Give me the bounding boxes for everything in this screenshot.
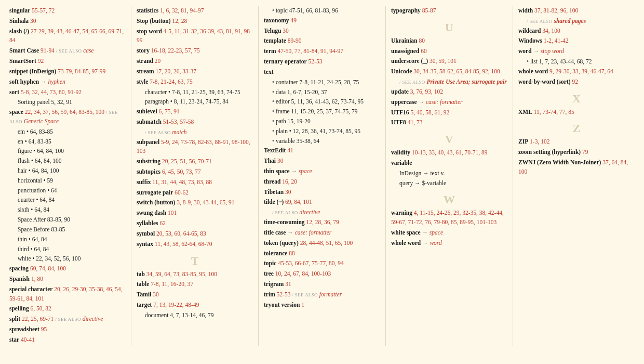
page-numbers: 9, 29-30, 33, 39, 46-47, 64: [549, 68, 613, 74]
see-also-link: directive: [83, 316, 103, 322]
page-numbers: 12, 28, 36, 79: [306, 219, 339, 225]
page-numbers: 3, 76, 93, 102: [410, 88, 443, 95]
page-numbers: 5, 40, 58, 61, 92: [410, 109, 449, 115]
page-numbers: 92: [572, 79, 578, 85]
entry-term: strand: [137, 58, 153, 64]
page-numbers: 1: [301, 302, 304, 308]
entry-term: underscore (_): [391, 58, 428, 64]
index-entry: Sinhala 30: [9, 17, 126, 26]
index-entry: Telugu 30: [264, 27, 380, 36]
entry-term: substring: [137, 158, 160, 164]
sub-entry: • container 7-8, 11-21, 24-25, 28, 75: [272, 78, 380, 87]
page-numbers: 34, 59, 64, 73, 83-85, 95, 100: [146, 271, 217, 277]
page-numbers: 10, 24, 67, 84, 100-103: [275, 270, 331, 277]
page-numbers: 16, 20: [282, 178, 297, 185]
entry-term: tilde (~): [264, 199, 284, 205]
page-numbers: 79: [582, 149, 588, 155]
entry-term: Thai: [264, 158, 276, 164]
see-also-label: / SEE ALSO: [56, 48, 82, 54]
index-entry: topic 45-53, 66-67, 75-77, 80, 94: [264, 259, 380, 268]
arrow-link: word: [430, 240, 441, 246]
see-also-link: shared pages: [554, 18, 586, 24]
entry-term: UTF16: [391, 109, 409, 115]
entry-term: wildcard: [518, 28, 541, 34]
sub-entry: Sorting panel 5, 32, 91: [18, 98, 126, 107]
sub-entry: Space Before 83-85: [18, 225, 126, 235]
arrow-link: case: formatter: [295, 229, 332, 236]
page-numbers: 41: [287, 147, 293, 153]
sub-entry: • plain • 12, 28, 36, 41, 73-74, 85, 95: [272, 127, 380, 136]
index-entry: slash (/) 27-29, 39, 43, 46-47, 54, 65-6…: [9, 27, 126, 46]
index-entry: text: [264, 68, 380, 77]
page-numbers: 91-94: [41, 47, 55, 54]
page-numbers: 80: [419, 37, 425, 44]
sub-entry: figure • 64, 84, 100: [18, 147, 126, 156]
page-numbers: 28, 44-48, 51, 65, 100: [300, 240, 353, 246]
section-letter: T: [137, 254, 253, 268]
entry-term: ternary operator: [264, 58, 307, 64]
entry-term: star: [9, 336, 19, 343]
entry-term: warning: [391, 210, 412, 216]
sub-entry: • data 1, 6-7, 15-20, 37: [272, 88, 380, 97]
page-numbers: 6, 50, 82: [31, 305, 51, 311]
index-entry: zoom setting (hyperlink) 79: [518, 148, 635, 157]
entry-term: switch (button): [137, 199, 175, 205]
entry-term: Tibetan: [264, 189, 284, 195]
index-entry: word-by-word (sort) 92: [518, 77, 635, 87]
page-numbers: 55-57, 72: [32, 7, 55, 14]
entry-term: style: [137, 79, 148, 85]
entry-term: template: [264, 37, 286, 44]
index-entry: UTF16 5, 40, 58, 61, 92: [391, 108, 507, 118]
entry-term: singular: [9, 7, 30, 14]
see-also-label: / SEE ALSO: [145, 130, 171, 135]
index-entry: validity 10-13, 33, 40, 43, 61, 70-71, 8…: [391, 148, 507, 158]
index-column-col4: typography 85-87UUkrainian 80unassigned …: [386, 6, 513, 346]
page-numbers: 17, 20, 26, 33-37: [156, 68, 197, 74]
see-also-label: / SEE ALSO: [399, 80, 425, 85]
index-entry: Unicode 30, 34-35, 58-62, 65, 84-85, 92,…: [391, 67, 507, 76]
index-entry: token (query) 28, 44-48, 51, 65, 100: [264, 239, 380, 248]
entry-term: surrogate pair: [137, 189, 173, 196]
entry-term: unassigned: [391, 48, 419, 54]
page-numbers: 60: [421, 48, 427, 54]
entry-term: white space: [391, 229, 421, 236]
index-entry: thread 16, 20: [264, 177, 380, 187]
index-entry: UTF8 41, 73: [391, 118, 507, 127]
entry-term: table: [137, 281, 149, 287]
page-numbers: 1, 6, 32, 81, 94-97: [160, 7, 204, 14]
page-numbers: 60-62: [175, 189, 189, 196]
entry-term: taxonomy: [264, 17, 289, 23]
entry-term: spelling: [9, 305, 29, 311]
entry-term: word: [518, 48, 532, 54]
index-entry: TextEdit 41: [264, 146, 380, 155]
see-also-gray-entry: / SEE ALSO Private Use Area; surrogate p…: [399, 77, 507, 87]
entry-term: tryout version: [264, 302, 300, 308]
sub-entry: white • 22, 34, 52, 56, 100: [18, 254, 126, 264]
arrow-link: space: [430, 229, 443, 236]
sub-entry: quarter • 64, 84: [18, 196, 126, 205]
index-entry: stop word 4-5, 11, 31-32, 36-39, 43, 81,…: [137, 27, 253, 46]
entry-term: thin space: [264, 168, 290, 174]
arrow-link: case: formatter: [426, 99, 463, 105]
sub-entry: hair • 64, 84, 100: [18, 166, 126, 176]
sub-entry: Space After 83-85, 90: [18, 215, 126, 225]
see-also-gray-entry: / SEE ALSO shared pages: [527, 17, 635, 26]
sub-entry: • path 15, 19-20: [272, 117, 380, 126]
index-entry: substring 20, 25, 51, 56, 70-71: [137, 157, 253, 166]
sub-entry: flush • 64, 84, 100: [18, 157, 126, 166]
entry-term: XML: [518, 109, 532, 115]
page-numbers: 92: [38, 58, 44, 64]
index-entry: special character 20, 26, 29-30, 35-38, …: [9, 285, 126, 304]
page-numbers: 20, 25, 51, 56, 70-71: [162, 158, 212, 164]
sub-entry: InDesign → text v.: [399, 169, 507, 178]
sub-entry: third • 64, 84: [18, 245, 126, 254]
index-entry: Stop (button) 12, 28: [137, 17, 253, 26]
entry-term: slash (/): [9, 28, 29, 34]
entry-term: width: [518, 7, 533, 14]
section-letter: V: [391, 133, 507, 146]
index-column-col5: width 37, 81-82, 96, 100/ SEE ALSO share…: [513, 6, 640, 346]
index-column-col2: statistics 1, 6, 32, 81, 94-97Stop (butt…: [131, 6, 259, 346]
page-numbers: 45-53, 66-67, 75-77, 80, 94: [278, 260, 344, 266]
page-numbers: 30: [285, 189, 291, 195]
page-numbers: 20: [155, 58, 161, 64]
